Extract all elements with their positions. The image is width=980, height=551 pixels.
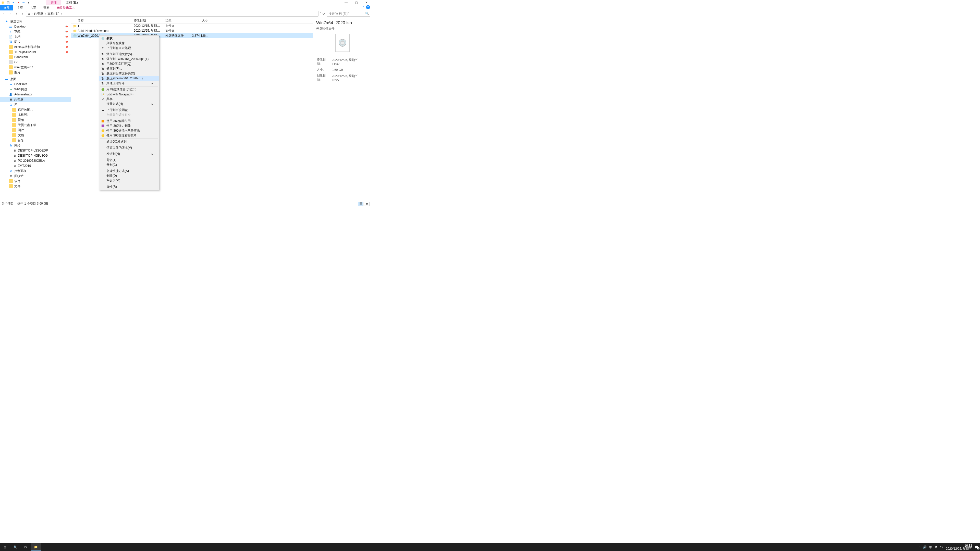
context-menu-item[interactable]: 🟡使用 360进行木马云查杀 [99,128,159,133]
context-menu-item[interactable]: ☁上传到百度网盘 [99,108,159,113]
context-menu-item[interactable]: 🟡使用 360管理右键菜单 [99,133,159,138]
nav-lib-item[interactable]: 图片 [0,127,71,133]
view-details-button[interactable]: ☰ [358,202,363,206]
context-menu-item[interactable]: 删除(D) [99,173,159,178]
chevron-right-icon[interactable]: › [45,12,46,16]
nav-quick-item[interactable]: YUNQISHI2019📌 [0,49,71,55]
qat-delete-icon[interactable]: ✖ [16,0,21,5]
nav-back-button[interactable]: ← [2,12,6,16]
nav-lib-item[interactable]: 视频 [0,118,71,122]
minimize-button[interactable]: — [341,1,351,4]
nav-documents[interactable]: 文件 [0,184,71,189]
nav-net-item[interactable]: 🖥DESKTOP-NJEU3CG [0,153,71,158]
nav-recycle-bin[interactable]: 🗑回收站 [0,173,71,179]
close-button[interactable]: ✕ [361,1,372,4]
search-icon[interactable]: 🔍 [365,12,369,15]
col-date[interactable]: 修改日期 [132,17,163,23]
nav-quick-item[interactable]: G:\ [0,60,71,65]
context-menu-item[interactable]: 剪切(T) [99,158,159,162]
nav-quick-item[interactable]: win7重装win7 [0,65,71,70]
context-menu-item[interactable]: ↗共享 [99,97,159,102]
nav-quick-item[interactable]: ⬇下载📌 [0,29,71,34]
context-menu-item[interactable]: 属性(R) [99,184,159,189]
context-menu-item[interactable]: 🗜解压到当前文件夹(X) [99,71,159,76]
nav-this-pc[interactable]: 🖥此电脑 [0,97,71,102]
context-menu-item[interactable]: 🗜解压到(F)... [99,66,159,71]
ribbon-tab-iso-tools[interactable]: 光盘映像工具 [53,5,79,11]
nav-libraries[interactable]: 🗂库 [0,102,71,107]
col-size[interactable]: 大小 [190,17,210,23]
context-menu-item[interactable]: 复制(C) [99,162,159,167]
context-menu-item[interactable]: 🗜解压到 Win7x64_2020\ (E) [99,76,159,81]
maximize-button[interactable]: ▢ [351,1,361,4]
chevron-right-icon[interactable]: › [31,12,33,16]
context-menu-item[interactable]: 💿装载 [99,36,159,41]
file-row[interactable]: 📁 BaiduNetdiskDownload 2020/12/25, 星期五 1… [71,28,313,33]
nav-wps[interactable]: ☁WPS网盘 [0,87,71,92]
breadcrumb[interactable]: 🖥 › 此电脑 › 文档 (E:) › [26,11,318,17]
context-menu-item[interactable]: 还原以前的版本(V) [99,145,159,150]
breadcrumb-this-pc[interactable]: 此电脑 [34,11,43,16]
nav-quick-item[interactable]: ▬Desktop📌 [0,24,71,29]
qat-dropdown-icon[interactable]: ▾ [27,0,30,5]
refresh-icon[interactable]: ⟳ [323,12,325,16]
file-row[interactable]: 📁 1 2020/12/15, 星期二 1... 文件夹 [71,24,313,28]
chevron-right-icon[interactable]: › [60,12,62,16]
context-menu-item[interactable]: 打开方式(H)▶ [99,102,159,106]
context-menu-item[interactable]: 🗜添加到压缩文件(A)... [99,52,159,57]
nav-forward-button[interactable]: → [8,12,13,16]
nav-net-item[interactable]: 🖥ZMT2019 [0,163,71,168]
nav-lib-item[interactable]: 本机照片 [0,112,71,118]
context-menu-item[interactable]: 🟧使用 360解除占用 [99,119,159,124]
context-menu-item[interactable]: 🟢用 蜂蜜浏览器 浏览(3) [99,87,159,92]
ribbon-tab-share[interactable]: 共享 [27,5,40,11]
view-icons-button[interactable]: ▦ [364,202,369,206]
ribbon-tab-home[interactable]: 主页 [13,5,27,11]
qat-undo-icon[interactable]: ↶ [21,0,25,5]
ribbon-tab-view[interactable]: 查看 [40,5,53,11]
nav-quick-item[interactable]: 图片 [0,70,71,75]
context-menu-item[interactable]: 🟪使用 360强力删除 [99,124,159,128]
nav-user[interactable]: 👤Administrator [0,92,71,97]
nav-quick-access[interactable]: ★快速访问 [0,19,71,24]
context-menu-item[interactable]: 通过QQ发送到 [99,139,159,144]
nav-lib-item[interactable]: 天翼云盘下载 [0,122,71,127]
ribbon-expand-icon[interactable]: ˅ [361,5,366,10]
nav-net-item[interactable]: 🖥PC-20190530OBLA [0,158,71,163]
nav-quick-item[interactable]: 📄文档📌 [0,34,71,39]
col-type[interactable]: 类型 [163,17,190,23]
context-menu-item[interactable]: 发送到(N)▶ [99,151,159,156]
col-name[interactable]: 名称 [76,17,132,23]
nav-quick-item[interactable]: excel表格制作求和📌 [0,44,71,49]
nav-net-item[interactable]: 🖥DESKTOP-LSSOEDP [0,148,71,153]
nav-lib-item[interactable]: 文档 [0,133,71,138]
nav-quick-item[interactable]: Bandicam [0,55,71,60]
ribbon-tab-file[interactable]: 文件 [0,5,13,11]
context-menu-item[interactable]: 创建快捷方式(S) [99,168,159,173]
nav-history-dropdown[interactable]: ▾ [14,13,19,15]
context-menu-item[interactable]: 🗜其他压缩命令▶ [99,81,159,86]
nav-control-panel[interactable]: ⚙控制面板 [0,168,71,173]
nav-lib-item[interactable]: 音乐 [0,138,71,143]
context-menu-item[interactable]: 重命名(M) [99,178,159,183]
help-icon[interactable]: ? [366,5,370,9]
nav-up-button[interactable]: ↑ [20,12,25,16]
context-menu-item[interactable]: 🗜添加到 "Win7x64_2020.zip" (T) [99,57,159,62]
context-menu-item[interactable]: 📝Edit with Notepad++ [99,92,159,97]
context-menu-item[interactable]: 🗜用360压缩打开(Q) [99,62,159,66]
nav-lib-item[interactable]: 保存的图片 [0,107,71,112]
qat-check-icon[interactable]: ✔ [11,0,15,5]
nav-network[interactable]: 🖧网络 [0,143,71,148]
nav-onedrive[interactable]: ☁OneDrive [0,82,71,87]
context-menu-item[interactable]: 刻录光盘映像 [99,41,159,46]
breadcrumb-dropdown-icon[interactable]: ˅ [320,12,321,16]
nav-desktop[interactable]: ▬桌面 [0,76,71,82]
context-tab-manage[interactable]: 管理 [46,0,61,5]
nav-quick-item[interactable]: 🖼图片📌 [0,39,71,44]
qat-paste-icon[interactable]: 📋 [6,0,10,5]
npp-icon: 📝 [101,92,105,97]
search-input[interactable] [327,11,370,17]
breadcrumb-drive[interactable]: 文档 (E:) [48,11,59,16]
context-menu-item[interactable]: ⬆上传到有道云笔记 [99,46,159,51]
nav-software[interactable]: 软件 [0,179,71,184]
